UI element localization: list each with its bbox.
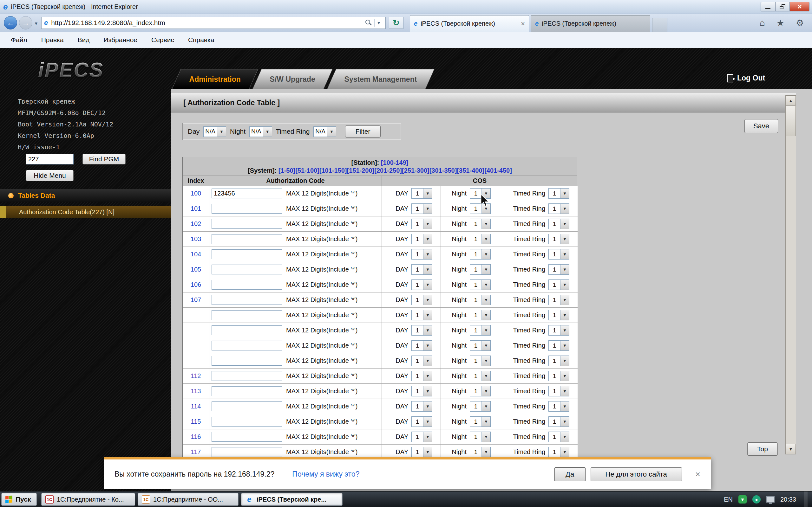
favorites-star-icon[interactable]: ★ [776,18,784,28]
timed-ring-cos-select[interactable]: 1▼ [548,249,569,260]
auth-code-input[interactable] [212,356,282,366]
system-range-link[interactable]: [251-300] [402,167,429,174]
menu-item[interactable]: Избранное [104,36,137,44]
sidebar-section-tables-data[interactable]: Tables Data [0,189,171,202]
day-cos-select[interactable]: 1▼ [411,188,432,199]
timed-ring-cos-select[interactable]: 1▼ [548,432,569,442]
forward-button[interactable]: → [19,16,32,30]
show-desktop-button[interactable] [804,492,808,507]
tray-network-icon[interactable]: ● [752,495,761,504]
night-cos-select[interactable]: 1▼ [470,295,491,305]
scrollbar-thumb[interactable] [786,106,796,136]
night-cos-select[interactable]: 1▼ [470,416,491,427]
row-index-link[interactable]: 113 [183,384,209,399]
day-cos-select[interactable]: 1▼ [411,386,432,396]
page-scrollbar[interactable]: ▲ ▼ [785,95,796,454]
night-cos-select[interactable]: 1▼ [470,386,491,396]
menu-item[interactable]: Справка [188,36,214,44]
tab-system-management[interactable]: System Management [327,69,435,89]
night-cos-select[interactable]: 1▼ [470,340,491,351]
row-index-link[interactable]: 107 [183,292,209,308]
day-cos-select[interactable]: 1▼ [411,204,432,214]
timed-ring-cos-select[interactable]: 1▼ [548,310,569,320]
auth-code-input[interactable] [212,371,282,381]
timed-ring-cos-select[interactable]: 1▼ [548,325,569,336]
row-index-link[interactable]: 115 [183,414,209,429]
menu-item[interactable]: Вид [78,36,90,44]
row-index-link[interactable]: 104 [183,247,209,262]
night-cos-select[interactable]: 1▼ [470,310,491,320]
find-pgm-button[interactable]: Find PGM [83,154,125,164]
night-cos-select[interactable]: 1▼ [470,371,491,381]
auth-code-input[interactable] [212,447,282,457]
auth-code-input[interactable] [212,326,282,335]
timed-ring-cos-select[interactable]: 1▼ [548,355,569,366]
day-cos-select[interactable]: 1▼ [411,401,432,412]
search-icon[interactable] [365,20,372,26]
notification-no-button[interactable]: Не для этого сайта [591,467,682,481]
row-index-link[interactable]: 102 [183,216,209,232]
row-index-link[interactable]: 103 [183,232,209,247]
day-cos-select[interactable]: 1▼ [411,355,432,366]
back-button[interactable]: ← [4,16,17,30]
browser-tab-2[interactable]: e iPECS (Тверской крепеж) [531,15,650,32]
new-tab-button[interactable] [652,18,667,32]
night-cos-select[interactable]: 1▼ [470,447,491,457]
row-index-link[interactable]: 101 [183,201,209,216]
taskbar-task[interactable]: 1С 1С:Предприятие - ОО... [138,493,239,506]
day-cos-select[interactable]: 1▼ [411,264,432,275]
find-pgm-input[interactable] [26,154,73,164]
system-range-link[interactable]: [351-400] [457,167,484,174]
day-cos-select[interactable]: 1▼ [411,447,432,457]
auth-code-input[interactable] [212,234,282,244]
timed-ring-cos-select[interactable]: 1▼ [548,401,569,412]
system-range-link[interactable]: [51-100] [295,167,319,174]
minimize-button[interactable] [761,2,775,11]
timed-ring-cos-select[interactable]: 1▼ [548,447,569,457]
browser-tab-1[interactable]: e iPECS (Тверской крепеж) × [410,15,529,32]
timed-ring-cos-select[interactable]: 1▼ [548,416,569,427]
day-cos-select[interactable]: 1▼ [411,340,432,351]
logout-button[interactable]: Log Out [727,74,765,82]
tray-display-icon[interactable] [766,496,774,503]
timed-ring-cos-select[interactable]: 1▼ [548,279,569,290]
auth-code-input[interactable] [212,188,282,199]
row-index-link[interactable]: 106 [183,277,209,292]
day-cos-select[interactable]: 1▼ [411,295,432,305]
row-index-link[interactable]: 112 [183,369,209,384]
restore-button[interactable] [775,2,790,11]
timed-ring-cos-select[interactable]: 1▼ [548,295,569,305]
save-button[interactable]: Save [745,119,778,133]
taskbar-task[interactable]: 1С 1С:Предприятие - Ко... [41,493,135,506]
auth-code-input[interactable] [212,249,282,259]
menu-item[interactable]: Правка [41,36,64,44]
refresh-button[interactable]: ↻ [389,17,403,29]
auth-code-input[interactable] [212,265,282,274]
system-range-link[interactable]: [401-450] [484,167,512,174]
night-cos-select[interactable]: 1▼ [470,401,491,412]
auth-code-input[interactable] [212,310,282,320]
filter-day-select[interactable]: N/A▼ [203,126,226,137]
timed-ring-cos-select[interactable]: 1▼ [548,340,569,351]
scroll-down-icon[interactable]: ▼ [786,444,796,454]
night-cos-select[interactable]: 1▼ [470,325,491,336]
day-cos-select[interactable]: 1▼ [411,432,432,442]
day-cos-select[interactable]: 1▼ [411,234,432,244]
scroll-up-icon[interactable]: ▲ [786,95,796,106]
notification-close-icon[interactable]: × [695,469,700,480]
night-cos-select[interactable]: 1▼ [470,234,491,244]
auth-code-input[interactable] [212,401,282,411]
filter-timed-ring-select[interactable]: N/A▼ [313,126,336,137]
filter-button[interactable]: Filter [345,125,380,137]
address-bar[interactable]: e http://192.168.149.2:8080/a_index.htm … [41,17,386,29]
filter-night-select[interactable]: N/A▼ [249,126,272,137]
day-cos-select[interactable]: 1▼ [411,249,432,260]
day-cos-select[interactable]: 1▼ [411,279,432,290]
tray-app-icon[interactable]: ▼ [739,495,747,504]
close-button[interactable]: × [790,2,809,11]
notification-yes-button[interactable]: Да [554,467,586,481]
home-icon[interactable]: ⌂ [760,18,765,28]
timed-ring-cos-select[interactable]: 1▼ [548,204,569,214]
system-range-link[interactable]: [201-250] [374,167,402,174]
start-button[interactable]: Пуск [1,493,37,506]
